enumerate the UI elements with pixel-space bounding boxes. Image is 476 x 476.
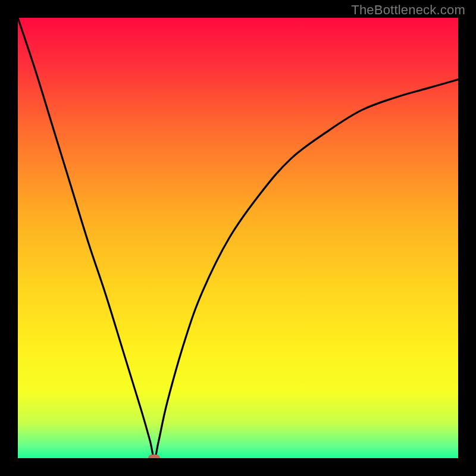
bottleneck-curve [18,18,458,458]
plot-area [18,18,458,458]
chart-frame: TheBottleneck.com [0,0,476,476]
curve-layer [18,18,458,458]
optimal-point-marker [148,455,160,458]
watermark-text: TheBottleneck.com [351,2,465,18]
